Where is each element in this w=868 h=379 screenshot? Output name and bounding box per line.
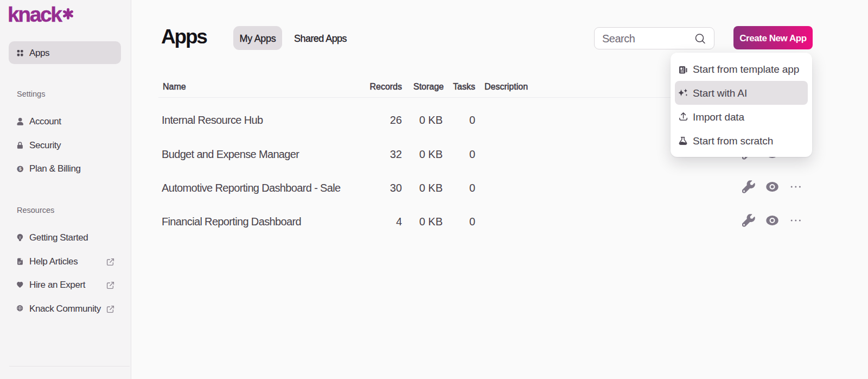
svg-text:$: $ <box>19 166 22 172</box>
